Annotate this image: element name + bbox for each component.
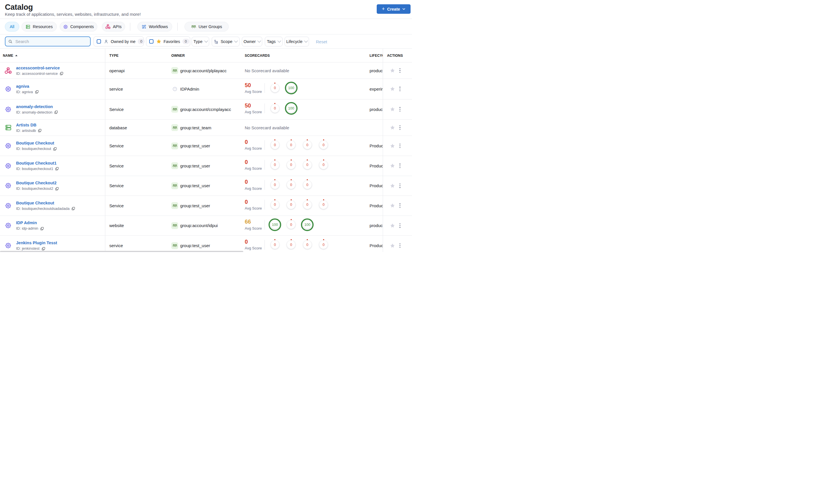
favorite-star-button[interactable] xyxy=(390,125,395,130)
entity-name-link[interactable]: Boutique Checkout xyxy=(16,140,57,146)
lifecycle-cell: production xyxy=(370,216,383,236)
table-row: IDP Admin ID: idp-admin website group:ac… xyxy=(0,216,412,236)
favorites-label: Favorites xyxy=(164,39,180,44)
copy-icon[interactable] xyxy=(41,247,45,251)
entity-name-link[interactable]: Boutique Checkout1 xyxy=(16,160,59,166)
favorites-filter[interactable]: Favorites 0 xyxy=(146,36,190,46)
scorecard-score-circle: 0 xyxy=(271,180,279,189)
avg-score-value: 0 xyxy=(245,199,265,205)
entity-name-link[interactable]: anomaly-detection xyxy=(16,104,58,109)
copy-icon[interactable] xyxy=(60,72,64,76)
kebab-menu-button[interactable] xyxy=(398,125,402,130)
kebab-menu-button[interactable] xyxy=(398,163,402,168)
owner-cell: ? IDPAdmin xyxy=(171,79,199,99)
scorecards-cell-content: 0 Avg Score 0000 xyxy=(245,159,328,171)
table-row: anomaly-detection ID: anomaly-detection … xyxy=(0,100,412,120)
reset-filters-button[interactable]: Reset xyxy=(316,34,327,49)
type-cell: service xyxy=(109,236,123,252)
kebab-menu-button[interactable] xyxy=(398,243,402,248)
scorecard-divider xyxy=(265,104,265,113)
copy-icon[interactable] xyxy=(53,147,57,151)
favorite-star-button[interactable] xyxy=(390,86,395,92)
tags-dropdown[interactable]: Tags xyxy=(265,37,283,46)
entity-name-link[interactable]: Jenkins Plugin Tesst xyxy=(16,240,57,245)
kebab-menu-button[interactable] xyxy=(398,107,402,112)
entity-name-link[interactable]: accesscontrol-service xyxy=(16,66,64,71)
tab-components[interactable]: Components xyxy=(60,22,97,31)
copy-icon[interactable] xyxy=(55,167,59,170)
favorite-star-button[interactable] xyxy=(390,143,395,148)
entity-name-link[interactable]: IDP Admin xyxy=(16,220,44,225)
type-dropdown[interactable]: Type xyxy=(192,37,209,46)
no-scorecard-text: No Scorecard available xyxy=(245,68,289,73)
owner-dropdown[interactable]: Owner xyxy=(242,37,262,46)
kebab-menu-button[interactable] xyxy=(398,86,402,92)
star-icon xyxy=(390,68,395,73)
favorite-star-button[interactable] xyxy=(390,243,395,248)
scope-dropdown[interactable]: Scope xyxy=(212,37,239,46)
tab-separator xyxy=(177,23,178,31)
copy-icon[interactable] xyxy=(72,207,75,211)
favorite-star-button[interactable] xyxy=(390,203,395,208)
name-cell: Boutique Checkout ID: boutiquecheckoutds… xyxy=(5,196,75,216)
owned-by-me-count: 0 xyxy=(138,39,144,44)
kebab-menu-button[interactable] xyxy=(398,223,402,228)
copy-icon[interactable] xyxy=(54,110,58,114)
chevron-down-icon xyxy=(278,39,281,42)
tab-user-groups[interactable]: User Groups xyxy=(185,22,229,31)
scorecard-divider xyxy=(265,83,265,93)
favorite-star-button[interactable] xyxy=(390,68,395,73)
star-icon xyxy=(390,243,395,248)
horizontal-scrollbar-thumb[interactable] xyxy=(0,251,243,252)
owner-group-avatar xyxy=(171,162,178,169)
create-button[interactable]: + Create xyxy=(377,4,411,14)
favorite-star-button[interactable] xyxy=(390,183,395,188)
owned-by-me-filter[interactable]: Owned by me 0 xyxy=(94,36,144,46)
kebab-menu-button[interactable] xyxy=(398,203,402,208)
tab-resources[interactable]: Resources xyxy=(21,22,57,31)
favorite-star-button[interactable] xyxy=(390,107,395,112)
scorecards-cell: No Scorecard available xyxy=(245,62,289,79)
tab-all[interactable]: All xyxy=(5,22,19,31)
copy-icon[interactable] xyxy=(55,187,59,191)
owned-by-me-checkbox[interactable] xyxy=(97,39,101,43)
copy-icon[interactable] xyxy=(38,129,41,132)
kebab-menu-button[interactable] xyxy=(398,143,402,148)
tab-workflows[interactable]: Workflows xyxy=(137,22,172,31)
scorecard-divider xyxy=(265,220,265,230)
chevron-down-icon xyxy=(234,39,238,42)
owner-cell: group:test_user xyxy=(171,136,210,156)
entity-name-link[interactable]: Boutique Checkout2 xyxy=(16,180,59,185)
favorite-star-button[interactable] xyxy=(390,163,395,168)
search-input[interactable] xyxy=(15,39,87,44)
scorecard-score-circle: 0 xyxy=(287,221,295,229)
copy-icon[interactable] xyxy=(40,227,44,231)
scorecard-divider xyxy=(265,200,265,210)
type-cell: website xyxy=(109,216,124,236)
kebab-menu-button[interactable] xyxy=(398,183,402,188)
entity-kind-tabs: All Resources Components xyxy=(0,19,412,34)
gear-icon xyxy=(5,203,11,209)
star-icon xyxy=(390,107,395,112)
column-header-lifecycle: LIFECYCLE xyxy=(370,49,383,62)
avg-score-label: Avg Score xyxy=(245,206,265,211)
owner-label: group:test_team xyxy=(180,125,211,130)
scorecard-score-circle: 0 xyxy=(303,241,312,249)
scorecard-score-circle: 0 xyxy=(287,180,295,189)
entity-name-link[interactable]: agniva xyxy=(16,84,39,89)
actions-column-divider xyxy=(383,49,383,252)
avg-score-value: 0 xyxy=(245,139,265,145)
favorite-star-button[interactable] xyxy=(390,223,395,228)
type-cell: service xyxy=(109,79,123,99)
group-icon xyxy=(173,143,177,148)
tab-apis[interactable]: APIs xyxy=(102,22,125,31)
copy-icon[interactable] xyxy=(35,90,39,94)
entity-name-link[interactable]: Boutique Checkout xyxy=(16,201,75,206)
kebab-menu-button[interactable] xyxy=(398,68,402,73)
type-cell: database xyxy=(109,120,127,136)
entity-id: ID: agniva xyxy=(16,90,33,94)
favorites-checkbox[interactable] xyxy=(149,39,153,43)
lifecycle-dropdown[interactable]: Lifecycle xyxy=(285,37,309,46)
api-icon xyxy=(105,24,110,29)
entity-name-link[interactable]: Artists DB xyxy=(16,122,41,128)
